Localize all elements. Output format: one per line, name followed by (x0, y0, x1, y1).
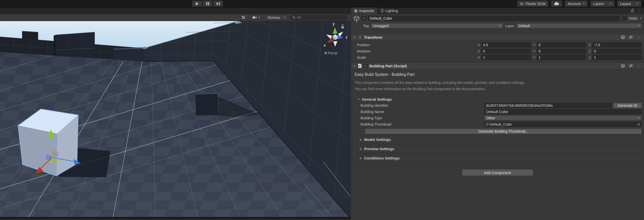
foldout-closed-icon: ▶ (360, 138, 362, 141)
foldout-closed-icon: ▶ (360, 147, 362, 150)
foldout-open-icon[interactable]: ▼ (353, 36, 356, 39)
play-button[interactable] (192, 1, 202, 7)
inspector-menu-kebab-icon[interactable]: ⋮ (638, 9, 641, 13)
cloud-button[interactable] (551, 1, 562, 7)
account-dropdown[interactable]: Account ▼ (565, 1, 588, 7)
building-identifier-row: Building Identifier dcd53739d4734c368595… (353, 102, 642, 108)
generate-id-button[interactable]: Generate ID (613, 103, 642, 108)
play-icon (196, 2, 199, 6)
chevron-down-icon: ▼ (638, 117, 640, 119)
scene-menu-kebab-icon[interactable]: ⋮ (344, 9, 347, 13)
foldout-open-icon[interactable]: ▼ (353, 65, 356, 67)
component-menu-kebab-icon[interactable]: ⋮ (637, 35, 641, 39)
tag-dropdown[interactable]: Untagged ▼ (371, 23, 503, 28)
generate-building-thumbnail-button[interactable]: Generate Building Thumbnail... (365, 129, 642, 134)
tab-lighting[interactable]: Lighting (378, 8, 401, 14)
chevron-down-icon: ▼ (284, 16, 286, 19)
building-name-row: Building Name Default Cube (353, 108, 642, 115)
scene-search-field[interactable] (290, 15, 348, 20)
scale-label: Scale (357, 56, 478, 60)
preview-settings-foldout[interactable]: ▶ Preview Settings (357, 145, 642, 153)
static-dropdown-icon[interactable]: ▼ (640, 17, 642, 20)
building-part-title: Building Part (Script) (369, 64, 407, 68)
building-identifier-field[interactable]: dcd53739d4734c36859523b34a25538a (484, 103, 612, 108)
help-icon[interactable]: ? (621, 35, 625, 39)
building-thumbnail-object-field[interactable]: Default_Cube ⊙ (484, 122, 642, 127)
foldout-open-icon: ▼ (357, 98, 360, 101)
transform-header[interactable]: ▼ Transform ? (351, 34, 644, 40)
account-label: Account (568, 2, 581, 6)
scene-camera-dropdown[interactable]: ▼ (251, 16, 261, 19)
layer-dropdown[interactable]: Default ▼ (516, 23, 642, 28)
scale-x-field[interactable]: 1 (481, 55, 531, 60)
plastic-scm-label: Plastic SCM (526, 2, 545, 6)
step-button[interactable] (213, 1, 223, 7)
x-axis-label: X (478, 43, 480, 47)
persp-label: Persp (328, 51, 337, 55)
active-checkbox[interactable]: ✓ (362, 16, 366, 20)
cube-icon (353, 15, 360, 22)
layout-label: Layout (620, 2, 631, 6)
tab-lighting-label: Lighting (385, 9, 398, 13)
toolbar-separator (263, 16, 263, 20)
scale-y-field[interactable]: 1 (537, 55, 586, 60)
position-y-field[interactable]: 0 (537, 42, 586, 47)
position-label: Position (357, 43, 478, 47)
component-enabled-checkbox[interactable]: ✓ (363, 64, 367, 68)
building-name-field[interactable]: Default Cube (484, 109, 642, 114)
tab-inspector-label: Inspector (359, 9, 374, 13)
lock-icon[interactable] (631, 9, 634, 13)
presets-icon[interactable] (629, 35, 633, 39)
scene-orientation-gizmo[interactable]: y z x (322, 23, 349, 51)
layers-dropdown[interactable]: Layers ▼ (590, 1, 614, 7)
rotation-y-field[interactable]: 0 (537, 49, 586, 54)
transform-title: Transform (364, 35, 382, 39)
gameobject-name-input[interactable] (368, 16, 620, 21)
gameobject-icon-wrap[interactable]: ▼ (353, 15, 360, 22)
gizmos-dropdown[interactable]: Gizmos ▼ (266, 15, 288, 20)
add-component-button[interactable]: Add Component (462, 169, 533, 176)
x-axis-label: X (478, 49, 480, 53)
position-z-field[interactable]: -7.5 (592, 42, 642, 47)
help-icon[interactable]: ? (621, 64, 625, 68)
scale-z-field[interactable]: 1 (592, 55, 642, 60)
gizmo-y-axis-label[interactable]: y (333, 22, 335, 26)
toolbar-separator (249, 16, 249, 20)
conditions-settings-label: Conditions Settings (364, 156, 400, 160)
scene-3d-render (0, 21, 350, 218)
component-menu-kebab-icon[interactable]: ⋮ (637, 64, 641, 68)
transform-icon (358, 35, 362, 39)
gizmo-x-axis-label[interactable]: x (324, 43, 326, 47)
conditions-settings-foldout[interactable]: ▶ Conditions Settings (357, 154, 642, 162)
scene-search-input[interactable] (297, 16, 337, 19)
tab-inspector[interactable]: Inspector (351, 8, 378, 14)
y-axis-label: Y (533, 56, 536, 60)
projection-mode-toggle[interactable]: Persp (324, 51, 337, 55)
ebs-banner: Easy Build System - Building Part This c… (351, 69, 644, 93)
scene-bottom-edge (0, 217, 350, 218)
rotation-z-field[interactable]: 0 (592, 49, 642, 54)
object-picker-icon[interactable]: ⊙ (637, 123, 640, 126)
pause-button[interactable] (203, 1, 213, 7)
building-part-header[interactable]: ▼ ✓ Building Part (Script) ? (351, 63, 644, 69)
ebs-banner-line2: You can find more information on the Bui… (355, 86, 640, 92)
chevron-left-icon (324, 51, 326, 54)
model-settings-foldout[interactable]: ▶ Model Settings (357, 136, 642, 143)
general-settings-foldout[interactable]: ▼ General Settings (353, 96, 642, 102)
step-icon (217, 2, 220, 5)
toolbar-right-group: Plastic SCM Account ▼ Layers ▼ Layout ▼ (517, 1, 641, 7)
search-icon (292, 16, 296, 19)
layout-dropdown[interactable]: Layout ▼ (617, 1, 641, 7)
gizmo-lock-icon[interactable] (341, 24, 344, 29)
building-name-label: Building Name (360, 110, 484, 114)
building-type-dropdown[interactable]: Other ▼ (484, 115, 642, 121)
gizmo-z-axis-label[interactable]: z (346, 35, 347, 39)
static-checkbox[interactable] (622, 16, 626, 20)
rotation-x-field[interactable]: 0 (481, 49, 531, 54)
hidden-tools-button[interactable] (240, 15, 247, 20)
scene-viewport[interactable]: y z x Persp (0, 21, 350, 218)
position-x-field[interactable]: 4.5 (481, 42, 531, 47)
presets-icon[interactable] (629, 64, 633, 68)
plastic-scm-button[interactable]: Plastic SCM (517, 1, 548, 7)
building-thumbnail-label: Building Thumbnail (360, 122, 484, 126)
